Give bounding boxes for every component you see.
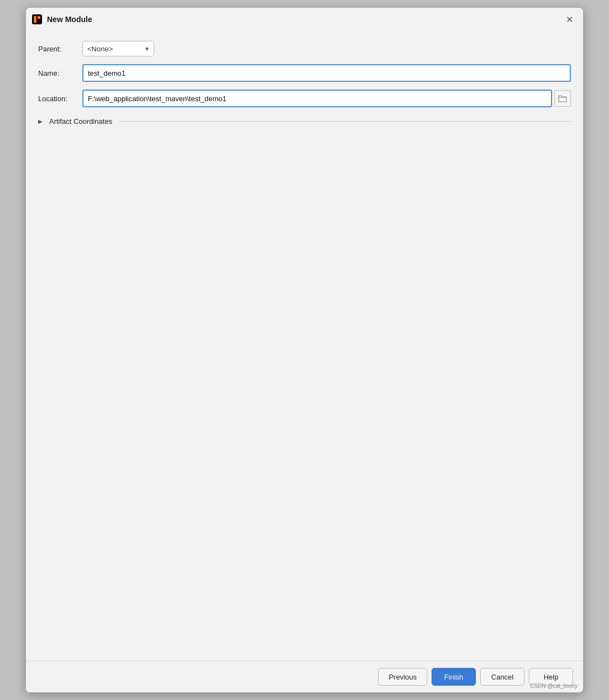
location-row: Location:	[38, 90, 571, 107]
parent-label: Parent:	[38, 45, 82, 53]
app-icon	[32, 14, 43, 25]
artifact-section: ▶ Artifact Coordinates	[38, 115, 571, 128]
folder-icon	[558, 95, 567, 102]
location-input[interactable]	[82, 90, 552, 107]
chevron-right-icon: ▶	[38, 118, 46, 124]
parent-row: Parent: <None> ▼	[38, 41, 571, 56]
dialog-content: Parent: <None> ▼ Name: Location:	[26, 31, 583, 661]
new-module-dialog: New Module ✕ Parent: <None> ▼ Name:	[25, 7, 584, 693]
finish-button[interactable]: Finish	[432, 668, 476, 686]
name-control	[82, 64, 571, 82]
artifact-divider	[119, 121, 571, 122]
svg-rect-2	[38, 16, 40, 19]
cancel-button[interactable]: Cancel	[480, 668, 524, 686]
name-row: Name:	[38, 64, 571, 82]
artifact-header[interactable]: ▶ Artifact Coordinates	[38, 115, 571, 128]
close-button[interactable]: ✕	[563, 13, 575, 25]
name-input[interactable]	[82, 64, 571, 82]
parent-select-wrapper: <None> ▼	[82, 41, 154, 56]
dialog-footer: Previous Finish Cancel Help	[26, 661, 583, 692]
title-bar: New Module ✕	[26, 8, 583, 31]
location-label: Location:	[38, 95, 82, 103]
browse-folder-button[interactable]	[554, 90, 571, 107]
previous-button[interactable]: Previous	[378, 668, 427, 686]
svg-rect-0	[32, 14, 42, 24]
artifact-label: Artifact Coordinates	[49, 117, 112, 126]
svg-rect-1	[34, 16, 36, 23]
name-label: Name:	[38, 69, 82, 77]
dialog-title: New Module	[47, 15, 563, 24]
parent-select[interactable]: <None>	[82, 41, 154, 56]
parent-control: <None> ▼	[82, 41, 571, 56]
watermark: CSDN @cat_lovely	[530, 683, 578, 689]
location-control	[82, 90, 571, 107]
